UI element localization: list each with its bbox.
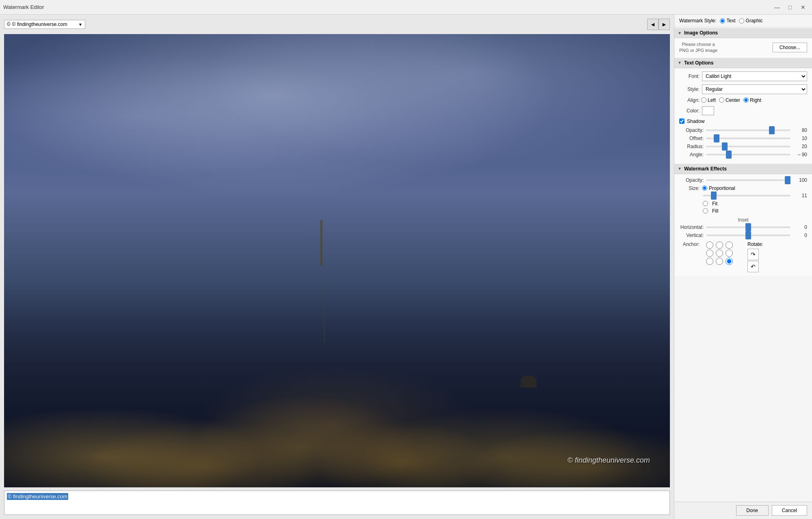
next-button[interactable]: ► bbox=[659, 19, 670, 30]
anchor-tc[interactable] bbox=[716, 241, 723, 249]
rotate-ccw-button[interactable]: ↶ bbox=[747, 261, 759, 272]
rotate-buttons: ↷ ↶ bbox=[747, 249, 763, 272]
anchor-mc[interactable] bbox=[716, 250, 723, 257]
shadow-angle-slider[interactable] bbox=[706, 154, 790, 155]
vertical-row: Vertical: 0 bbox=[679, 233, 807, 238]
shadow-offset-row: Offset: 10 bbox=[679, 136, 807, 141]
dropdown-arrow-icon: ▼ bbox=[78, 22, 82, 27]
shadow-opacity-row: Opacity: 80 bbox=[679, 127, 807, 133]
style-text-radio[interactable] bbox=[720, 18, 725, 24]
anchor-tl[interactable] bbox=[706, 241, 713, 249]
effects-toggle-icon: ▼ bbox=[678, 166, 682, 171]
shadow-radius-value: 20 bbox=[793, 144, 807, 149]
size-proportional-label: Proportional bbox=[709, 185, 735, 191]
watermark-name: © findingtheuniverse.com bbox=[12, 22, 67, 27]
image-options-content: Please choose a PNG or JPG image Choose.… bbox=[674, 38, 812, 57]
anchor-rotate-row: Anchor: bbox=[679, 241, 807, 272]
options-scroll[interactable]: ▼ Image Options Please choose a PNG or J… bbox=[674, 27, 812, 502]
effects-opacity-label: Opacity: bbox=[679, 177, 704, 183]
choose-image-button[interactable]: Choose... bbox=[773, 43, 807, 52]
text-options-header[interactable]: ▼ Text Options bbox=[674, 58, 812, 68]
image-options-row: Please choose a PNG or JPG image Choose.… bbox=[679, 41, 807, 54]
align-center-option[interactable]: Center bbox=[719, 97, 740, 103]
align-right-radio[interactable] bbox=[743, 97, 749, 103]
size-slider-row: 11 bbox=[679, 193, 807, 198]
effects-opacity-slider[interactable] bbox=[706, 179, 790, 181]
color-row: Color: bbox=[679, 106, 807, 115]
font-style-select[interactable]: Regular Bold Italic Bold Italic bbox=[702, 84, 807, 94]
align-left-option[interactable]: Left bbox=[701, 97, 716, 103]
nav-buttons: ◄ ► bbox=[647, 19, 670, 30]
watermark-text-input[interactable]: © findingtheuniverse.com bbox=[7, 493, 68, 500]
align-left-radio[interactable] bbox=[701, 97, 706, 103]
font-style-label: Style: bbox=[679, 86, 700, 92]
size-fit-row: Fit bbox=[679, 201, 807, 207]
anchor-mr[interactable] bbox=[726, 250, 733, 257]
image-hint: Please choose a PNG or JPG image bbox=[679, 41, 717, 54]
horizontal-row: Horizontal: 0 bbox=[679, 224, 807, 230]
watermark-effects-header[interactable]: ▼ Watermark Effects bbox=[674, 164, 812, 174]
style-graphic-radio[interactable] bbox=[739, 18, 744, 24]
shadow-offset-slider[interactable] bbox=[706, 138, 790, 139]
image-options-header[interactable]: ▼ Image Options bbox=[674, 28, 812, 38]
anchor-ml[interactable] bbox=[706, 250, 713, 257]
anchor-tr[interactable] bbox=[726, 241, 733, 249]
size-fill-label: Fill bbox=[712, 208, 718, 214]
dome-building bbox=[520, 375, 537, 388]
shadow-offset-label: Offset: bbox=[679, 136, 704, 141]
style-graphic-label: Graphic bbox=[746, 18, 763, 24]
size-fill-radio[interactable] bbox=[703, 208, 708, 213]
size-fit-radio[interactable] bbox=[703, 201, 708, 206]
anchor-bl[interactable] bbox=[706, 258, 713, 265]
shadow-opacity-slider[interactable] bbox=[706, 129, 790, 131]
rotate-section: Rotate: ↷ ↶ bbox=[747, 241, 763, 272]
inset-label: Inset bbox=[679, 217, 807, 223]
image-options-toggle-icon: ▼ bbox=[678, 31, 682, 35]
close-button[interactable]: ✕ bbox=[797, 2, 809, 13]
main-container: © © findingtheuniverse.com ▼ ◄ ► bbox=[0, 15, 812, 519]
size-label: Size: bbox=[679, 185, 700, 191]
shadow-label: Shadow bbox=[687, 118, 704, 124]
prev-button[interactable]: ◄ bbox=[647, 19, 659, 30]
vertical-slider[interactable] bbox=[706, 235, 790, 236]
shadow-radius-label: Radius: bbox=[679, 144, 704, 149]
text-options-content: Font: Calibri Light Arial Times New Roma… bbox=[674, 68, 812, 163]
style-graphic-option[interactable]: Graphic bbox=[739, 18, 763, 24]
image-watermark-overlay: © findingtheuniverse.com bbox=[567, 456, 650, 465]
minimize-button[interactable]: — bbox=[771, 2, 783, 13]
style-row: Watermark Style: Text Graphic bbox=[674, 15, 812, 27]
align-right-option[interactable]: Right bbox=[743, 97, 761, 103]
style-text-option[interactable]: Text bbox=[720, 18, 736, 24]
image-background: © findingtheuniverse.com bbox=[4, 34, 670, 487]
shadow-radius-slider[interactable] bbox=[706, 146, 790, 147]
horizontal-value: 0 bbox=[793, 224, 807, 230]
align-label: Align: bbox=[679, 97, 700, 103]
image-container: © findingtheuniverse.com bbox=[4, 34, 670, 487]
text-input-area[interactable]: © findingtheuniverse.com bbox=[4, 491, 670, 515]
anchor-br[interactable] bbox=[726, 258, 733, 265]
font-label: Font: bbox=[679, 73, 700, 79]
color-swatch[interactable] bbox=[702, 106, 714, 115]
style-label: Watermark Style: bbox=[679, 18, 717, 24]
maximize-button[interactable]: □ bbox=[784, 2, 796, 13]
anchor-bc[interactable] bbox=[716, 258, 723, 265]
right-panel: Watermark Style: Text Graphic ▼ Image Op… bbox=[674, 15, 812, 519]
shadow-checkbox[interactable] bbox=[679, 118, 685, 124]
font-select[interactable]: Calibri Light Arial Times New Roman bbox=[702, 71, 807, 81]
shadow-radius-row: Radius: 20 bbox=[679, 144, 807, 149]
align-center-radio[interactable] bbox=[719, 97, 724, 103]
size-proportional-radio[interactable] bbox=[702, 185, 707, 191]
done-button[interactable]: Done bbox=[736, 505, 769, 516]
horizontal-slider[interactable] bbox=[706, 226, 790, 228]
horizontal-label: Horizontal: bbox=[679, 224, 704, 230]
shadow-opacity-value: 80 bbox=[793, 127, 807, 133]
size-label-row: Size: Proportional bbox=[679, 185, 807, 191]
align-row: Align: Left Center Right bbox=[679, 97, 807, 103]
size-proportional-option: Proportional bbox=[702, 185, 735, 191]
effects-opacity-value: 100 bbox=[793, 177, 807, 183]
watermark-selector[interactable]: © © findingtheuniverse.com ▼ bbox=[4, 20, 85, 29]
rotate-cw-button[interactable]: ↷ bbox=[747, 249, 759, 260]
style-text-label: Text bbox=[727, 18, 736, 24]
cancel-button[interactable]: Cancel bbox=[772, 505, 807, 516]
size-slider[interactable] bbox=[703, 195, 790, 196]
